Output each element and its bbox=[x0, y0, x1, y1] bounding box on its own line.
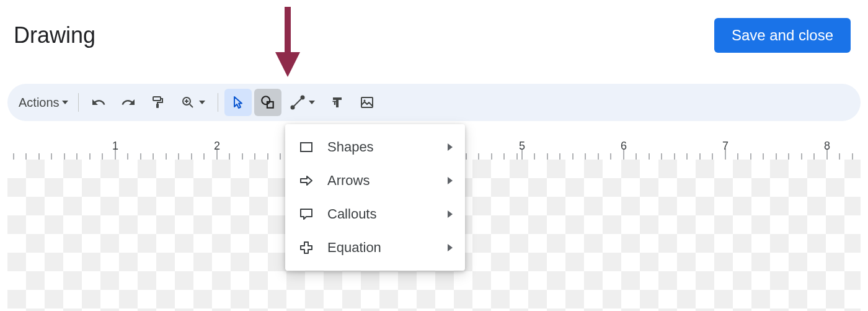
toolbar: Actions bbox=[7, 84, 861, 121]
toolbar-separator bbox=[218, 93, 218, 112]
rectangle-icon bbox=[298, 138, 315, 156]
submenu-caret-icon bbox=[448, 143, 453, 151]
svg-rect-9 bbox=[267, 102, 273, 108]
cursor-icon bbox=[231, 95, 246, 110]
svg-point-8 bbox=[262, 96, 270, 104]
svg-point-14 bbox=[363, 100, 365, 102]
undo-button[interactable] bbox=[85, 89, 112, 116]
menu-item-label: Callouts bbox=[327, 206, 448, 222]
shapes-icon bbox=[260, 94, 276, 110]
caret-down-icon bbox=[199, 101, 205, 104]
menu-item-label: Shapes bbox=[327, 139, 448, 155]
svg-line-5 bbox=[190, 104, 193, 107]
zoom-button[interactable] bbox=[174, 89, 211, 116]
redo-button[interactable] bbox=[115, 89, 142, 116]
svg-rect-3 bbox=[156, 104, 159, 108]
shape-dropdown-menu: Shapes Arrows Callouts Equation bbox=[285, 124, 465, 271]
menu-item-equation[interactable]: Equation bbox=[285, 231, 465, 264]
submenu-caret-icon bbox=[448, 244, 453, 251]
menu-item-arrows[interactable]: Arrows bbox=[285, 164, 465, 197]
zoom-icon bbox=[180, 95, 195, 110]
page-title: Drawing bbox=[14, 22, 95, 48]
image-button[interactable] bbox=[353, 89, 381, 116]
svg-rect-2 bbox=[153, 97, 161, 101]
toolbar-separator bbox=[78, 93, 79, 112]
svg-point-12 bbox=[301, 96, 304, 99]
header: Drawing Save and close bbox=[0, 0, 868, 56]
arrow-right-icon bbox=[298, 172, 315, 189]
image-icon bbox=[360, 95, 374, 110]
plus-icon bbox=[298, 239, 315, 256]
ruler-number: 6 bbox=[621, 140, 627, 153]
text-box-button[interactable] bbox=[324, 89, 351, 116]
callout-icon bbox=[298, 205, 315, 223]
caret-down-icon bbox=[309, 101, 315, 104]
paint-format-button[interactable] bbox=[144, 89, 172, 116]
actions-menu-label: Actions bbox=[19, 96, 60, 110]
paint-roller-icon bbox=[151, 95, 166, 110]
save-and-close-button[interactable]: Save and close bbox=[714, 18, 851, 53]
redo-icon bbox=[121, 95, 136, 110]
select-tool-button[interactable] bbox=[224, 89, 252, 116]
menu-item-label: Arrows bbox=[327, 173, 448, 189]
text-icon bbox=[330, 95, 345, 110]
caret-down-icon bbox=[62, 101, 68, 104]
ruler-number: 2 bbox=[214, 140, 220, 153]
ruler-number: 8 bbox=[824, 140, 830, 153]
undo-icon bbox=[91, 95, 106, 110]
shape-tool-button[interactable] bbox=[254, 89, 281, 116]
actions-menu-button[interactable]: Actions bbox=[15, 89, 72, 116]
submenu-caret-icon bbox=[448, 177, 453, 184]
menu-item-shapes[interactable]: Shapes bbox=[285, 130, 465, 164]
menu-item-label: Equation bbox=[327, 240, 448, 256]
svg-marker-1 bbox=[275, 52, 300, 77]
svg-rect-69 bbox=[301, 143, 312, 151]
line-tool-button[interactable] bbox=[284, 89, 321, 116]
ruler-number: 7 bbox=[722, 140, 728, 153]
line-icon bbox=[290, 95, 305, 110]
svg-point-11 bbox=[291, 106, 294, 109]
ruler-number: 1 bbox=[112, 140, 118, 153]
ruler-number: 5 bbox=[519, 140, 525, 153]
menu-item-callouts[interactable]: Callouts bbox=[285, 197, 465, 231]
submenu-caret-icon bbox=[448, 210, 453, 218]
